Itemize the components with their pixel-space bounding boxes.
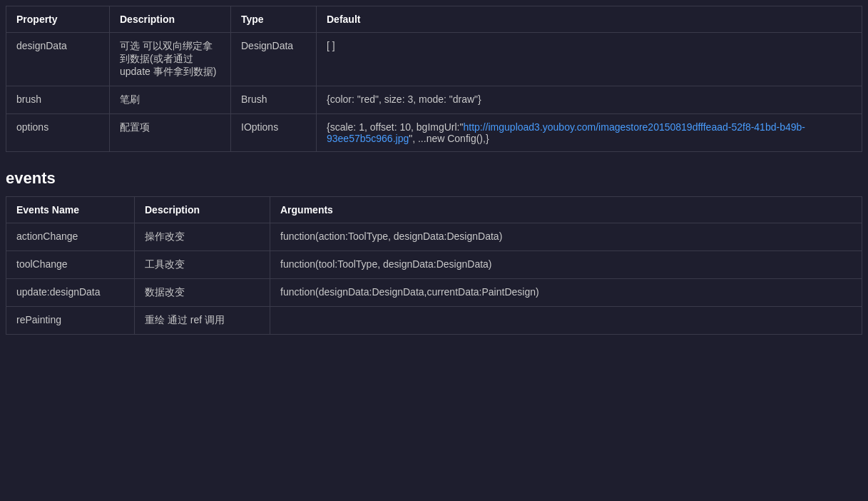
events-cell-arguments: function(designData:DesignData,currentDa… <box>270 279 862 307</box>
props-cell-default: {color: "red", size: 3, mode: "draw"} <box>317 86 862 114</box>
events-header-name: Events Name <box>6 197 135 223</box>
events-cell-arguments: function(action:ToolType, designData:Des… <box>270 223 862 251</box>
props-header-description: Description <box>110 6 231 33</box>
events-header-description: Description <box>135 197 270 223</box>
events-table-row: actionChange操作改变function(action:ToolType… <box>6 223 862 251</box>
props-cell-type: Brush <box>231 86 317 114</box>
events-cell-description: 重绘 通过 ref 调用 <box>135 307 270 335</box>
props-cell-type: IOptions <box>231 114 317 152</box>
props-default-link[interactable]: http://imgupload3.youboy.com/imagestore2… <box>327 121 805 144</box>
events-cell-description: 操作改变 <box>135 223 270 251</box>
events-cell-name: actionChange <box>6 223 135 251</box>
props-table-row: brush笔刷Brush{color: "red", size: 3, mode… <box>6 86 862 114</box>
events-cell-description: 工具改变 <box>135 251 270 279</box>
props-header-property: Property <box>6 6 110 33</box>
events-section-title: events <box>6 169 862 188</box>
events-header-arguments: Arguments <box>270 197 862 223</box>
props-cell-property: options <box>6 114 110 152</box>
props-cell-default: {scale: 1, offset: 10, bgImgUrl:"http://… <box>317 114 862 152</box>
props-cell-property: designData <box>6 33 110 86</box>
events-cell-arguments: function(tool:ToolType, designData:Desig… <box>270 251 862 279</box>
events-table-row: update:designData数据改变function(designData… <box>6 279 862 307</box>
events-cell-name: rePainting <box>6 307 135 335</box>
events-cell-name: toolChange <box>6 251 135 279</box>
props-header-type: Type <box>231 6 317 33</box>
props-cell-property: brush <box>6 86 110 114</box>
props-cell-description: 配置项 <box>110 114 231 152</box>
events-cell-name: update:designData <box>6 279 135 307</box>
props-cell-description: 笔刷 <box>110 86 231 114</box>
props-table-row: options配置项IOptions{scale: 1, offset: 10,… <box>6 114 862 152</box>
props-cell-default: [ ] <box>317 33 862 86</box>
events-table-row: rePainting重绘 通过 ref 调用 <box>6 307 862 335</box>
events-cell-description: 数据改变 <box>135 279 270 307</box>
props-header-default: Default <box>317 6 862 33</box>
events-table: Events Name Description Arguments action… <box>6 196 862 335</box>
props-cell-type: DesignData <box>231 33 317 86</box>
props-table: Property Description Type Default design… <box>6 6 862 152</box>
props-cell-description: 可选 可以双向绑定拿到数据(或者通过 update 事件拿到数据) <box>110 33 231 86</box>
events-table-row: toolChange工具改变function(tool:ToolType, de… <box>6 251 862 279</box>
props-table-row: designData可选 可以双向绑定拿到数据(或者通过 update 事件拿到… <box>6 33 862 86</box>
events-cell-arguments <box>270 307 862 335</box>
